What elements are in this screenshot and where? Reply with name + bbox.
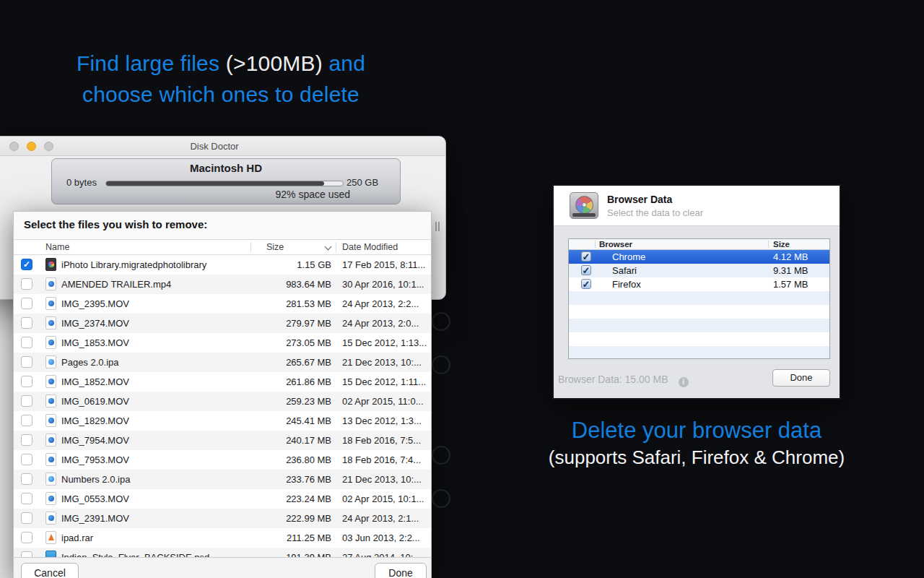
browser-empty-row — [569, 346, 829, 359]
table-row[interactable]: ✓iPhoto Library.migratedphotolibrary1.15… — [14, 255, 431, 275]
table-row[interactable]: ipad.rar211.25 MB03 Jun 2013, 2:2... — [14, 528, 431, 548]
file-name: IMG_0619.MOV — [61, 392, 129, 411]
row-checkbox[interactable] — [21, 317, 32, 329]
row-checkbox[interactable] — [21, 473, 32, 485]
headline-delete-browser-data: Delete your browser data (supports Safar… — [520, 417, 873, 470]
file-date: 24 Apr 2013, 2:1... — [342, 509, 429, 528]
row-checkbox[interactable] — [21, 493, 32, 504]
row-checkbox[interactable] — [21, 512, 32, 524]
file-date: 15 Dec 2012, 1:13... — [342, 333, 429, 353]
headline-part-white: (>100MB) — [226, 51, 323, 75]
row-checkbox[interactable] — [21, 298, 32, 309]
row-checkbox[interactable] — [21, 532, 32, 543]
file-size: 223.24 MB — [144, 489, 331, 509]
browser-row[interactable]: ✓Firefox1.57 MB — [569, 277, 829, 291]
column-header-date[interactable]: Date Modified — [342, 242, 398, 252]
table-row[interactable]: IMG_2391.MOV222.99 MB24 Apr 2013, 2:1... — [14, 509, 431, 528]
browser-size: 9.31 MB — [773, 264, 808, 277]
disk-doctor-app-icon — [570, 192, 598, 219]
table-row[interactable]: AMENDED TRAILER.mp4983.64 MB30 Apr 2016,… — [14, 275, 431, 294]
quicktime-file-icon — [45, 297, 56, 310]
column-header-size[interactable]: Size — [266, 242, 284, 252]
dialog-footer: Cancel Done — [14, 557, 431, 578]
file-size: 265.67 MB — [144, 353, 331, 372]
browser-row[interactable]: ✓Safari9.31 MB — [569, 264, 829, 277]
table-row[interactable]: IMG_7954.MOV240.17 MB18 Feb 2016, 7:5... — [14, 431, 431, 450]
table-row[interactable]: IMG_2374.MOV279.97 MB24 Apr 2013, 2:0... — [14, 314, 431, 333]
ghost-circle — [432, 355, 450, 374]
psd-file-icon — [45, 551, 56, 557]
file-size: 259.23 MB — [144, 392, 331, 411]
table-row[interactable]: IMG_1829.MOV245.41 MB13 Dec 2012, 1:3... — [14, 411, 431, 431]
drive-min-label: 0 bytes — [66, 177, 97, 188]
row-checkbox[interactable] — [21, 356, 32, 368]
file-name: IMG_1853.MOV — [61, 333, 129, 353]
table-row[interactable]: Numbers 2.0.ipa233.76 MB21 Dec 2013, 10:… — [14, 470, 431, 489]
table-row[interactable]: IMG_1853.MOV273.05 MB15 Dec 2012, 1:13..… — [14, 333, 431, 353]
file-date: 15 Dec 2012, 1:11... — [342, 372, 429, 392]
ghost-circle — [432, 489, 450, 508]
browser-empty-row — [569, 332, 829, 346]
table-row[interactable]: IMG_0553.MOV223.24 MB02 Apr 2015, 10:1..… — [14, 489, 431, 509]
file-date: 21 Dec 2013, 10:... — [342, 470, 429, 489]
browser-checkbox[interactable]: ✓ — [581, 265, 591, 275]
drive-usage-panel: Macintosh HD 0 bytes 250 GB 92% space us… — [51, 158, 401, 204]
table-column-headers: Name Size Date Modified — [14, 239, 431, 255]
column-header-size[interactable]: Size — [773, 240, 790, 249]
drive-used-label: 92% space used — [275, 189, 350, 200]
browser-empty-row — [569, 305, 829, 319]
table-row[interactable]: IMG_7953.MOV236.80 MB18 Feb 2016, 7:4... — [14, 450, 431, 470]
column-separator — [336, 242, 336, 252]
browser-done-button[interactable]: Done — [772, 369, 830, 387]
quicktime-file-icon — [45, 375, 56, 388]
quicktime-file-icon — [45, 336, 56, 349]
browser-data-window: Browser Data Select the data to clear Br… — [552, 184, 841, 400]
row-checkbox[interactable] — [21, 454, 32, 465]
table-row[interactable]: IMG_0619.MOV259.23 MB02 Apr 2015, 11:0..… — [14, 392, 431, 411]
row-checkbox[interactable] — [21, 434, 32, 446]
row-checkbox[interactable] — [21, 376, 32, 387]
ipa-file-icon — [45, 355, 56, 368]
row-checkbox[interactable] — [21, 278, 32, 290]
file-date: 18 Feb 2016, 7:5... — [342, 431, 429, 450]
done-button[interactable]: Done — [375, 563, 427, 578]
row-checkbox[interactable] — [21, 415, 32, 426]
scrollbar-indicator[interactable] — [435, 221, 441, 234]
file-size: 191.39 MB — [144, 548, 331, 557]
headline-part-blue2: and — [323, 51, 365, 75]
file-size: 222.99 MB — [144, 509, 331, 528]
file-date: 21 Dec 2013, 10:... — [342, 353, 429, 372]
file-date: 27 Aug 2014, 10:... — [342, 548, 429, 557]
browser-name: Safari — [612, 264, 637, 277]
file-size: 261.86 MB — [144, 372, 331, 392]
browser-checkbox[interactable]: ✓ — [581, 279, 591, 289]
file-table-body: ✓iPhoto Library.migratedphotolibrary1.15… — [14, 255, 431, 557]
headline-find-large-files: Find large files (>100MB) and choose whi… — [26, 48, 416, 110]
window-frame-strip — [0, 289, 13, 578]
file-date: 02 Apr 2015, 10:1... — [342, 489, 429, 509]
table-row[interactable]: Indian_Style_Flyer_BACKSIDE.psd191.39 MB… — [14, 548, 431, 557]
column-header-name[interactable]: Name — [45, 242, 69, 252]
file-size: 281.53 MB — [144, 294, 331, 314]
column-header-browser[interactable]: Browser — [599, 240, 632, 249]
file-size: 240.17 MB — [144, 431, 331, 450]
file-size: 279.97 MB — [144, 314, 331, 333]
browser-checkbox[interactable]: ✓ — [581, 251, 591, 262]
rar-file-icon — [45, 531, 56, 544]
browser-data-header: Browser Data Select the data to clear — [554, 186, 840, 226]
file-size: 211.25 MB — [144, 528, 331, 548]
titlebar[interactable]: Disk Doctor — [0, 137, 445, 156]
cancel-button[interactable]: Cancel — [21, 563, 79, 578]
table-row[interactable]: Pages 2.0.ipa265.67 MB21 Dec 2013, 10:..… — [14, 353, 431, 372]
row-checkbox[interactable] — [21, 395, 32, 407]
row-checkbox[interactable] — [21, 551, 32, 557]
quicktime-file-icon — [45, 316, 56, 329]
row-checkbox[interactable] — [21, 337, 32, 348]
browser-data-title: Browser Data — [607, 194, 672, 205]
browser-row[interactable]: ✓Chrome4.12 MB — [569, 250, 829, 264]
table-row[interactable]: IMG_2395.MOV281.53 MB24 Apr 2013, 2:2... — [14, 294, 431, 314]
row-checkbox[interactable]: ✓ — [21, 259, 32, 270]
ghost-status-text: Browser Data: 15.00 MBi — [558, 374, 689, 387]
sort-chevron-down-icon — [325, 243, 332, 251]
table-row[interactable]: IMG_1852.MOV261.86 MB15 Dec 2012, 1:11..… — [14, 372, 431, 392]
